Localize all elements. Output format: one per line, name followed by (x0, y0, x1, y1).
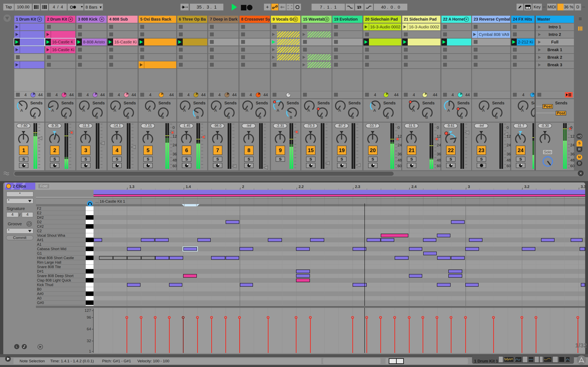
svg-text:L: L (16, 345, 17, 348)
